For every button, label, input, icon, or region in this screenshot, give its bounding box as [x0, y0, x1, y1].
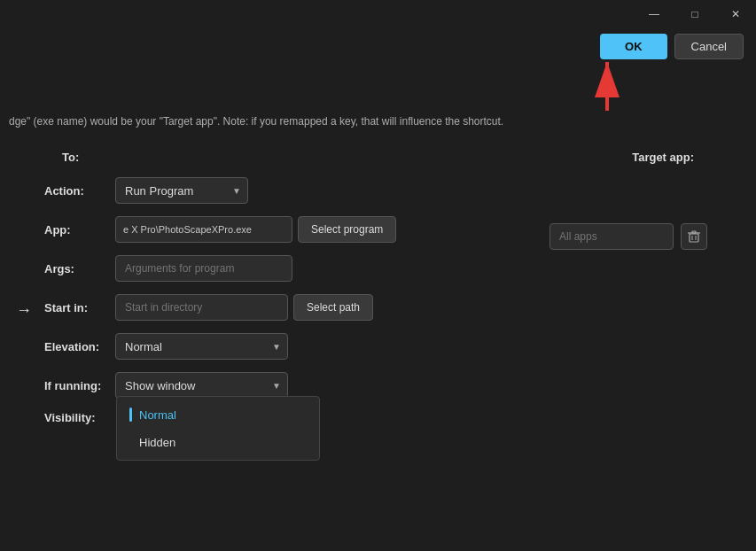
minimize-button[interactable]: — — [634, 0, 674, 28]
close-button[interactable]: ✕ — [715, 0, 756, 28]
svg-rect-2 — [690, 234, 698, 242]
svg-rect-4 — [692, 231, 696, 233]
dropdown-item-normal[interactable]: Normal — [117, 400, 319, 429]
args-row: Args: — [44, 255, 738, 282]
action-select-wrapper: Run Program ▼ — [115, 177, 248, 204]
start-in-row: Start in: Select path — [44, 294, 738, 321]
if-running-select[interactable]: Show window — [115, 372, 288, 399]
app-label: App: — [44, 223, 115, 237]
all-apps-input[interactable] — [549, 223, 674, 250]
visibility-label: Visibility: — [44, 411, 115, 424]
info-text: dge" (exe name) would be your "Target ap… — [9, 115, 747, 128]
arrow-left-icon: → — [16, 301, 32, 320]
cancel-button[interactable]: Cancel — [674, 34, 744, 59]
start-in-label: Start in: — [44, 301, 115, 314]
args-input[interactable] — [115, 255, 292, 282]
dropdown-item-hidden[interactable]: Hidden — [117, 429, 319, 456]
app-value: e X Pro\PhotoScapeXPro.exe — [123, 224, 252, 235]
action-row: Action: Run Program ▼ — [44, 177, 738, 204]
action-label: Action: — [44, 184, 115, 198]
if-running-row: If running: Show window ▼ — [44, 372, 738, 399]
title-bar: — □ ✕ — [634, 0, 756, 28]
elevation-label: Elevation: — [44, 340, 115, 353]
maximize-button[interactable]: □ — [674, 0, 715, 28]
red-arrow-indicator — [589, 53, 625, 118]
elevation-row: Elevation: Normal ▼ — [44, 333, 738, 360]
dropdown-hidden-label: Hidden — [139, 436, 175, 449]
trash-button[interactable] — [681, 223, 707, 250]
to-target-row: To: Target app: — [9, 151, 747, 164]
to-label: To: — [62, 151, 79, 164]
elevation-select[interactable]: Normal — [115, 333, 288, 360]
selected-bar — [129, 407, 132, 422]
action-select[interactable]: Run Program — [115, 177, 248, 204]
if-running-select-wrapper: Show window ▼ — [115, 372, 288, 399]
visibility-dropdown: Normal Hidden — [116, 396, 320, 461]
select-program-button[interactable]: Select program — [298, 216, 396, 243]
all-apps-area — [549, 223, 707, 250]
target-app-label: Target app: — [632, 151, 694, 164]
select-path-button[interactable]: Select path — [293, 294, 373, 321]
dropdown-normal-label: Normal — [139, 408, 176, 422]
app-input[interactable]: e X Pro\PhotoScapeXPro.exe — [115, 216, 292, 243]
trash-icon — [687, 229, 701, 244]
if-running-label: If running: — [44, 379, 115, 392]
elevation-select-wrapper: Normal ▼ — [115, 333, 288, 360]
args-label: Args: — [44, 262, 115, 276]
start-in-input[interactable] — [115, 294, 288, 321]
